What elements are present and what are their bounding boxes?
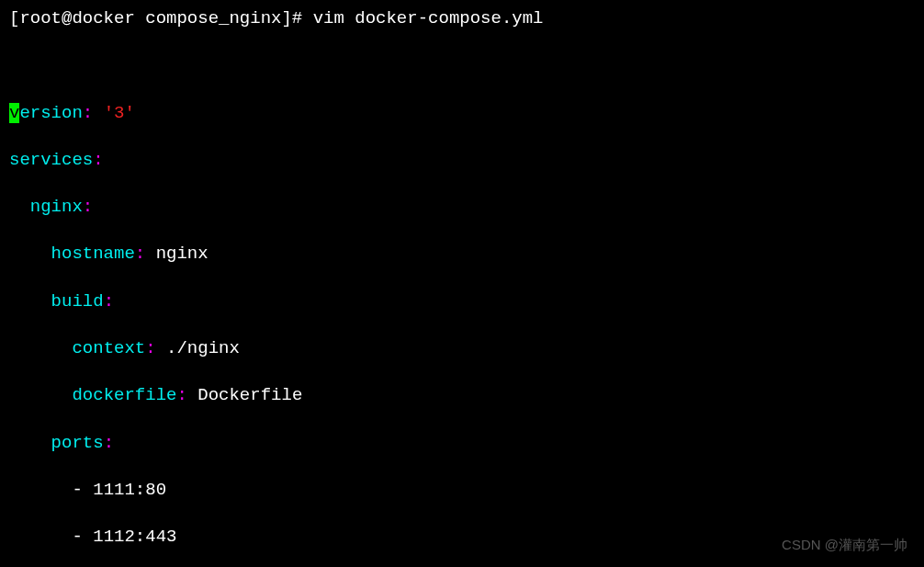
colon: : [93, 150, 103, 170]
yaml-build-line: build: [9, 290, 915, 314]
port2-value: 1112:443 [93, 527, 176, 547]
build-key: build [51, 291, 104, 312]
watermark: CSDN @灌南第一帅 [782, 536, 907, 554]
dockerfile-key: dockerfile [72, 385, 176, 405]
cursor: v [9, 103, 19, 123]
shell-prompt-line: [root@docker compose_nginx]# vim docker-… [9, 7, 915, 31]
yaml-hostname-line: hostname: nginx [9, 243, 915, 266]
dash: - [72, 527, 93, 547]
dockerfile-value: Dockerfile [197, 385, 302, 405]
version-value: '3' [104, 103, 135, 123]
dash: - [72, 480, 93, 500]
nginx-key: nginx [30, 197, 83, 217]
colon: : [176, 385, 186, 405]
context-key: context [72, 338, 145, 358]
context-value: ./nginx [166, 338, 240, 358]
colon: : [145, 338, 155, 358]
colon: : [83, 197, 93, 217]
colon: : [104, 433, 114, 453]
shell-command: vim docker-compose.yml [313, 8, 544, 28]
yaml-ports-line: ports: [9, 432, 915, 456]
services-key: services [9, 150, 93, 170]
blank-line [9, 54, 915, 78]
colon: : [83, 103, 93, 123]
yaml-services-line: services: [9, 149, 915, 173]
yaml-version-line: version: '3' [9, 102, 915, 126]
yaml-dockerfile-line: dockerfile: Dockerfile [9, 384, 915, 408]
yaml-context-line: context: ./nginx [9, 337, 915, 361]
terminal-content[interactable]: [root@docker compose_nginx]# vim docker-… [9, 7, 915, 567]
hostname-key: hostname [51, 244, 135, 264]
yaml-port2-line: - 1112:443 [9, 526, 915, 550]
ports-key: ports [51, 433, 104, 453]
yaml-port1-line: - 1111:80 [9, 479, 915, 503]
shell-prompt: [root@docker compose_nginx]# [9, 8, 313, 28]
colon: : [104, 291, 114, 312]
version-key: ersion [19, 103, 82, 123]
yaml-nginx-line: nginx: [9, 196, 915, 220]
port1-value: 1111:80 [93, 480, 166, 500]
hostname-value: nginx [156, 244, 208, 264]
colon: : [135, 244, 145, 264]
